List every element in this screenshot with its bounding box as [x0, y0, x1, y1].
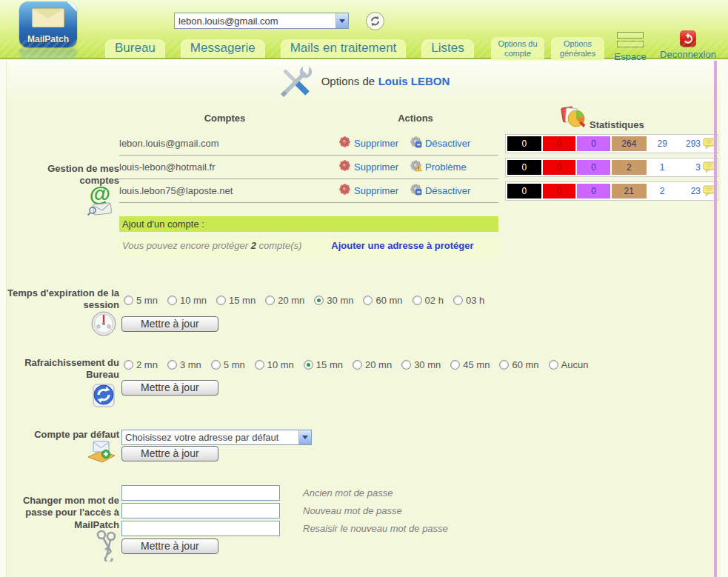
supprimer-link[interactable]: Supprimer	[339, 136, 398, 151]
chevron-down-icon	[335, 13, 348, 28]
radio-refresh-60-mn[interactable]: 60 mn	[499, 359, 538, 370]
page-right-edge	[714, 61, 717, 577]
stat-cell: 264	[612, 136, 647, 151]
radio-label: 60 mn	[375, 295, 402, 306]
mailpatch-logo[interactable]: MailPatch	[19, 1, 77, 47]
radio-refresh-2-mn[interactable]: 2 mn	[124, 359, 158, 370]
radio-label: 30 mn	[414, 359, 441, 370]
disable-icon	[410, 136, 422, 151]
radio-refresh-30-mn[interactable]: 30 mn	[401, 359, 441, 370]
supprimer-link[interactable]: Supprimer	[339, 160, 398, 175]
mailpatch-options-page: MailPatch lebon.louis@gmail.com BureauMe…	[0, 0, 728, 577]
logo-reflection	[19, 49, 77, 59]
password-update-button[interactable]: Mettre à jour	[121, 538, 218, 554]
radio-button[interactable]	[255, 360, 264, 370]
radio-button[interactable]	[413, 296, 422, 305]
tab-bureau[interactable]: Bureau	[105, 39, 165, 58]
radio-label: 20 mn	[278, 295, 304, 306]
session-update-button[interactable]: Mettre à jour	[121, 316, 218, 332]
storage-bars-icon	[610, 32, 650, 47]
account-selector-value: lebon.louis@gmail.com	[175, 16, 335, 27]
stat-cell: 3	[678, 160, 716, 175]
radio-button[interactable]	[363, 296, 373, 305]
right-tabs: Options du compteOptions générales	[491, 37, 604, 61]
refresh-radio-group: 2 mn3 mn5 mn10 mn15 mn20 mn30 mn45 mn60 …	[124, 359, 588, 370]
stat-cell: 0	[577, 184, 610, 199]
password-field-label: Resaisir le nouveau mot de passe	[303, 523, 448, 534]
radio-refresh-10-mn[interactable]: 10 mn	[255, 359, 294, 370]
radio-refresh-aucun[interactable]: Aucun	[549, 359, 589, 370]
d-sactiver-link[interactable]: Désactiver	[410, 184, 470, 199]
radio-label: 10 mn	[180, 295, 207, 306]
stat-cell: 0	[543, 184, 576, 199]
default-account-select-value: Choisissez votre adresse par défaut	[122, 432, 298, 443]
radio-refresh-3-mn[interactable]: 3 mn	[167, 359, 201, 370]
espace-button[interactable]: Espace	[610, 32, 650, 63]
column-header-actions: Actions	[330, 113, 501, 124]
radio-refresh-45-mn[interactable]: 45 mn	[450, 359, 490, 370]
radio-button[interactable]	[499, 360, 509, 370]
tab-options-du-compte[interactable]: Options du compte	[491, 37, 544, 61]
tab-listes[interactable]: Listes	[421, 39, 473, 58]
stat-cell: 29	[648, 136, 677, 151]
radio-button[interactable]	[401, 360, 411, 370]
default-account-update-button[interactable]: Mettre à jour	[121, 446, 218, 461]
radio-session-5-mn[interactable]: 5 mn	[124, 295, 158, 306]
radio-button[interactable]	[211, 360, 221, 370]
account-row: lebon.louis@gmail.comSupprimerDésactiver	[119, 132, 498, 156]
title-prefix: Options de	[321, 75, 375, 87]
refresh-update-button[interactable]: Mettre à jour	[121, 380, 218, 396]
radio-label: 60 mn	[512, 359, 538, 370]
account-selector[interactable]: lebon.louis@gmail.com	[174, 13, 349, 29]
stat-cell: 293	[678, 136, 716, 151]
deconnexion-button[interactable]: Deconnexion	[658, 30, 718, 61]
d-sactiver-link[interactable]: Désactiver	[410, 136, 470, 151]
radio-session-02-h[interactable]: 02 h	[413, 295, 444, 306]
tab-mails-en-traitement[interactable]: Mails en traitement	[281, 39, 407, 58]
stat-value: 0	[521, 162, 527, 173]
supprimer-link[interactable]: Supprimer	[339, 184, 398, 199]
probl-me-label: Problème	[425, 161, 467, 173]
default-account-select[interactable]: Choisissez votre adresse par défaut	[121, 430, 312, 445]
radio-refresh-15-mn[interactable]: 15 mn	[304, 359, 343, 370]
deconnexion-label: Deconnexion	[660, 49, 716, 60]
tab-messagerie[interactable]: Messagerie	[181, 39, 265, 58]
ancien-mot-de-passe-input[interactable]	[121, 485, 280, 501]
radio-button[interactable]	[353, 360, 362, 370]
nouveau-mot-de-passe-input[interactable]	[121, 503, 280, 518]
radio-button[interactable]	[124, 360, 133, 370]
account-actions: SupprimerProblème	[339, 160, 467, 175]
chevron-down-icon	[298, 430, 311, 444]
radio-button[interactable]	[453, 296, 463, 305]
stat-cell: 0	[543, 136, 576, 151]
accounts-table: lebon.louis@gmail.comSupprimerDésactiver…	[119, 132, 498, 203]
stat-value: 0	[521, 139, 527, 149]
radio-refresh-5-mn[interactable]: 5 mn	[211, 359, 245, 370]
radio-button[interactable]	[304, 360, 313, 370]
resaisir-le-nouveau-mot-de-passe-input[interactable]	[121, 521, 280, 536]
account-email: lebon.louis@gmail.com	[119, 138, 330, 149]
add-address-link[interactable]: Ajouter une adresse à protéger	[331, 240, 473, 251]
radio-button[interactable]	[167, 296, 177, 305]
radio-button[interactable]	[216, 296, 226, 305]
session-section-label: Temps d'expiration de la session	[7, 287, 119, 312]
session-clock-icon	[90, 310, 118, 341]
radio-session-15-mn[interactable]: 15 mn	[216, 295, 256, 306]
probl-me-link[interactable]: Problème	[410, 160, 467, 175]
refresh-button[interactable]	[365, 11, 385, 31]
radio-session-30-mn[interactable]: 30 mn	[314, 295, 353, 306]
radio-session-60-mn[interactable]: 60 mn	[363, 295, 402, 306]
radio-session-20-mn[interactable]: 20 mn	[265, 295, 304, 306]
radio-button[interactable]	[314, 296, 324, 305]
radio-button[interactable]	[549, 360, 558, 370]
stat-cell: 0	[543, 160, 576, 175]
radio-button[interactable]	[450, 360, 460, 370]
radio-refresh-20-mn[interactable]: 20 mn	[353, 359, 392, 370]
tab-options-g-n-rales[interactable]: Options générales	[551, 37, 604, 61]
radio-button[interactable]	[124, 296, 133, 305]
radio-session-10-mn[interactable]: 10 mn	[167, 295, 207, 306]
radio-button[interactable]	[167, 360, 177, 370]
radio-session-03-h[interactable]: 03 h	[453, 295, 484, 306]
radio-button[interactable]	[265, 296, 275, 305]
stat-value: 0	[557, 162, 562, 173]
